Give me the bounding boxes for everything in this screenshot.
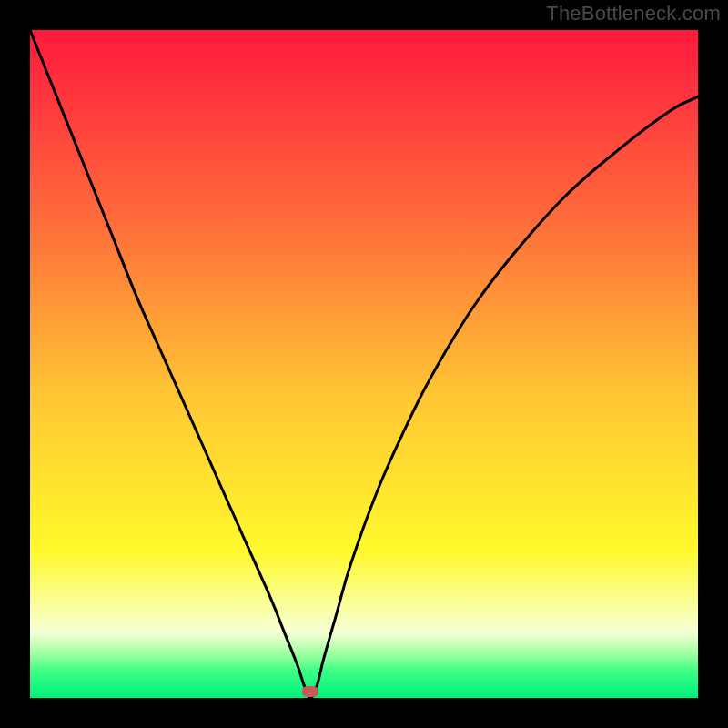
optimal-point-marker (302, 686, 318, 697)
plot-area (30, 30, 698, 698)
bottleneck-curve (30, 30, 698, 698)
watermark-text: TheBottleneck.com (546, 2, 721, 25)
chart-frame: TheBottleneck.com (0, 0, 728, 728)
